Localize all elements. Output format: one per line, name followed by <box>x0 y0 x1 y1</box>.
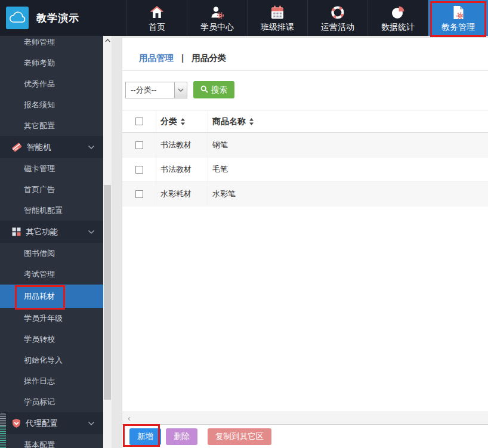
nav-item-label: 学员中心 <box>200 22 234 33</box>
scrollbar-thumb[interactable] <box>104 185 111 400</box>
breadcrumb-current: 用品分类 <box>192 53 226 63</box>
add-button[interactable]: 新增 <box>129 428 161 445</box>
row-checkbox[interactable] <box>135 190 143 198</box>
scroll-minimap-decoration <box>0 413 6 448</box>
chevron-down-icon <box>88 145 95 150</box>
sidebar-item-smart-machine-config[interactable]: 智能机配置 <box>0 200 103 221</box>
scroll-left-arrow-icon[interactable]: ‹ <box>128 413 131 423</box>
sidebar-item-teacher-mgmt[interactable]: 老师管理 <box>0 36 103 52</box>
nav-item-label: 首页 <box>149 22 165 33</box>
cell-category: 书法教材 <box>156 133 208 157</box>
sidebar-item-excellent-works[interactable]: 优秀作品 <box>0 73 103 94</box>
sidebar-item-exam-mgmt[interactable]: 考试管理 <box>0 264 103 285</box>
select-chevron-icon <box>174 82 187 98</box>
card-icon <box>12 142 22 152</box>
breadcrumb-divider <box>122 70 488 71</box>
sort-icon[interactable] <box>249 118 254 125</box>
sidebar-item-book-lending[interactable]: 图书借阅 <box>0 243 103 264</box>
nav-item-label: 班级排课 <box>261 22 294 33</box>
sidebar-item-supplies[interactable]: 用品耗材 <box>0 285 103 308</box>
sidebar-item-school-transfer[interactable]: 学员转校 <box>0 329 103 350</box>
sidebar-item-card-mgmt[interactable]: 磁卡管理 <box>0 158 103 179</box>
nav-item-label: 运营活动 <box>321 22 354 33</box>
row-checkbox-cell <box>122 133 156 157</box>
sidebar-item-other-config-1[interactable]: 其它配置 <box>0 115 103 136</box>
header-category-cell[interactable]: 分类 <box>156 110 208 132</box>
search-icon <box>200 85 208 95</box>
sidebar-scrollbar[interactable] <box>103 36 112 448</box>
search-button-label: 搜索 <box>211 85 227 95</box>
search-button[interactable]: 搜索 <box>193 81 234 98</box>
student-icon <box>209 5 225 20</box>
app-title: 教学演示 <box>36 11 79 25</box>
row-checkbox-cell <box>122 157 156 181</box>
row-checkbox[interactable] <box>135 141 143 149</box>
table-row: 水彩耗材 水彩笔 <box>122 182 488 206</box>
sidebar-item-homepage-ads[interactable]: 首页广告 <box>0 179 103 200</box>
sidebar-group-smart-machine[interactable]: 智能机 <box>0 136 103 158</box>
row-checkbox-cell <box>122 182 156 206</box>
top-navbar: 教学演示 首页 学员中心 <box>0 0 488 36</box>
lifebuoy-icon <box>330 5 345 20</box>
horizontal-scrollbar[interactable]: ‹ <box>122 412 488 425</box>
delete-button[interactable]: 删除 <box>166 428 197 445</box>
nav-item-label: 教务管理 <box>441 22 475 33</box>
sidebar-item-signup-notice[interactable]: 报名须知 <box>0 94 103 115</box>
nav-item-academic-admin[interactable]: 教务管理 <box>428 0 488 36</box>
nav-item-home[interactable]: 首页 <box>126 0 187 36</box>
cell-name: 毛笔 <box>208 157 488 181</box>
header-checkbox-cell <box>122 110 156 132</box>
filter-bar: --分类-- 搜索 <box>125 81 234 98</box>
sidebar-group-agent-config[interactable]: 代理配置 <box>0 412 103 434</box>
sidebar-item-student-tags[interactable]: 学员标记 <box>0 391 103 412</box>
copy-to-other-zone-button[interactable]: 复制到其它区 <box>208 428 271 445</box>
nav-item-statistics[interactable]: 数据统计 <box>367 0 428 36</box>
shield-icon <box>12 418 21 428</box>
header-name-cell[interactable]: 商品名称 <box>208 110 488 132</box>
table-row: 书法教材 毛笔 <box>122 157 488 182</box>
sidebar-group-label: 代理配置 <box>26 418 58 429</box>
sidebar-list: 老师管理 老师考勤 优秀作品 报名须知 其它配置 智能机 磁卡管理 首页广告 智… <box>0 36 103 448</box>
nav-item-student-center[interactable]: 学员中心 <box>187 0 247 36</box>
sidebar-group-other-functions[interactable]: 其它功能 <box>0 221 103 243</box>
cell-name: 钢笔 <box>208 133 488 157</box>
sidebar-item-operation-log[interactable]: 操作日志 <box>0 370 103 391</box>
sidebar-item-teacher-attendance[interactable]: 老师考勤 <box>0 52 103 73</box>
content-panel: 用品管理 | 用品分类 --分类-- 搜索 分类 <box>122 36 488 448</box>
sidebar-item-grade-promotion[interactable]: 学员升年级 <box>0 308 103 329</box>
nav-item-operations[interactable]: 运营活动 <box>307 0 367 36</box>
column-header-name: 商品名称 <box>212 116 246 127</box>
calendar-icon <box>270 5 285 20</box>
sidebar-item-init-import[interactable]: 初始化导入 <box>0 350 103 370</box>
table-header-row: 分类 商品名称 <box>122 110 488 133</box>
row-checkbox[interactable] <box>135 166 143 174</box>
cell-category: 水彩耗材 <box>156 182 208 206</box>
cloud-logo-icon <box>6 7 29 29</box>
nav-item-class-scheduling[interactable]: 班级排课 <box>247 0 307 36</box>
nav-item-label: 数据统计 <box>381 22 415 33</box>
column-header-category: 分类 <box>160 116 177 127</box>
sidebar-item-basic-config[interactable]: 基本配置 <box>0 434 103 448</box>
minimap-green-stripes <box>0 426 6 448</box>
action-footer: 新增 删除 复制到其它区 <box>122 425 488 448</box>
sidebar-group-label: 其它功能 <box>26 227 58 237</box>
app-brand: 教学演示 <box>0 0 126 36</box>
minimap-gray-stripes <box>0 413 6 426</box>
breadcrumb: 用品管理 | 用品分类 <box>139 52 226 64</box>
scroll-up-arrow-icon[interactable] <box>103 36 112 45</box>
cell-category: 书法教材 <box>156 157 208 181</box>
main-nav: 首页 学员中心 <box>126 0 488 36</box>
breadcrumb-separator: | <box>181 53 184 63</box>
chevron-down-icon <box>88 421 95 426</box>
home-icon <box>149 5 165 20</box>
grid-icon <box>12 227 21 236</box>
select-all-checkbox[interactable] <box>135 118 143 125</box>
document-gear-icon <box>450 5 466 20</box>
table-row: 书法教材 钢笔 <box>122 133 488 157</box>
sidebar-group-label: 智能机 <box>27 142 51 153</box>
pie-chart-icon <box>390 5 406 20</box>
category-select[interactable]: --分类-- <box>125 82 187 98</box>
chevron-down-icon <box>88 230 95 234</box>
breadcrumb-parent-link[interactable]: 用品管理 <box>139 53 174 63</box>
sort-icon[interactable] <box>181 118 185 125</box>
